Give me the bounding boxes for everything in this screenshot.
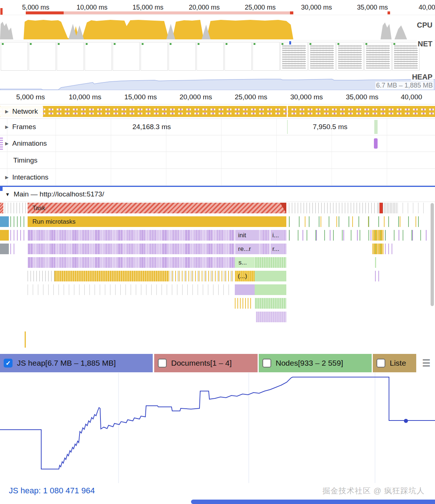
flame-bar-r[interactable]: r... bbox=[270, 244, 284, 254]
flame-activity[interactable] bbox=[255, 284, 286, 295]
collapse-arrow-icon[interactable]: ▼ bbox=[5, 192, 10, 197]
ruler-tick: 35,000 ms bbox=[346, 93, 379, 101]
flame-activity[interactable] bbox=[0, 244, 9, 254]
track-timings[interactable]: Timings bbox=[0, 152, 435, 169]
frame-bar[interactable] bbox=[374, 120, 378, 134]
timeline-overview[interactable]: 5,000 ms 10,000 ms 15,000 ms 20,000 ms 2… bbox=[0, 0, 435, 90]
overview-tick: 20,000 ms bbox=[189, 4, 220, 11]
legend-listeners[interactable]: ✓ Liste bbox=[373, 354, 416, 372]
checkbox-unchecked-icon[interactable]: ✓ bbox=[262, 359, 271, 368]
horizontal-scrollbar[interactable] bbox=[191, 500, 435, 504]
overview-filmstrip[interactable]: NET bbox=[0, 40, 435, 73]
flame-activity-cluster bbox=[372, 230, 383, 241]
vertical-scrollbar[interactable] bbox=[431, 203, 434, 306]
checkbox-unchecked-icon[interactable]: ✓ bbox=[158, 359, 167, 368]
flame-activity-cluster bbox=[54, 271, 169, 281]
flame-activity-cluster bbox=[375, 271, 380, 281]
screenshot-thumbnail[interactable] bbox=[57, 42, 84, 71]
screenshot-thumbnail[interactable] bbox=[224, 42, 252, 71]
flame-chart[interactable]: Task Run microtasks init i... re...r bbox=[0, 202, 435, 354]
legend-nodes[interactable]: ✓ Nodes[933 – 2 559] bbox=[259, 354, 372, 372]
flame-activity-cluster bbox=[375, 257, 376, 268]
ruler-tick: 25,000 ms bbox=[235, 93, 268, 101]
screenshot-thumbnail[interactable] bbox=[141, 42, 168, 71]
legend-label: Documents[1 – 4] bbox=[171, 359, 232, 368]
overview-heap-chart[interactable]: HEAP 6.7 MB – 1,885 MB bbox=[0, 73, 435, 90]
screenshot-thumbnail[interactable] bbox=[197, 42, 224, 71]
memory-graph[interactable] bbox=[0, 373, 435, 483]
frame-boundary bbox=[287, 120, 288, 134]
flame-bar-label: re...r bbox=[234, 244, 259, 254]
flame-activity[interactable] bbox=[255, 271, 286, 281]
track-header-timings[interactable]: Timings bbox=[0, 152, 43, 168]
timeline-ruler[interactable]: 5,000 ms 10,000 ms 15,000 ms 20,000 ms 2… bbox=[0, 90, 435, 104]
screenshot-thumbnail[interactable] bbox=[169, 42, 196, 71]
screenshot-thumbnail[interactable] bbox=[364, 42, 392, 71]
overview-cpu-chart[interactable]: CPU bbox=[0, 15, 435, 40]
screenshot-thumbnail[interactable] bbox=[392, 42, 420, 71]
network-requests-bar[interactable] bbox=[0, 106, 435, 117]
track-label-text: Timings bbox=[13, 156, 38, 164]
expander-icon[interactable]: ▶ bbox=[5, 175, 8, 180]
flame-long-task[interactable] bbox=[379, 203, 383, 213]
track-header-network[interactable]: ▶ Network bbox=[0, 106, 43, 117]
flame-activity[interactable] bbox=[0, 230, 9, 241]
flame-bar-i[interactable]: i... bbox=[270, 230, 284, 241]
ruler-tick: 10,000 ms bbox=[69, 93, 102, 101]
overview-tick: 35,000 ms bbox=[357, 4, 388, 11]
flame-activity[interactable] bbox=[256, 312, 286, 322]
track-header-animations[interactable]: ▶ Animations bbox=[0, 135, 52, 152]
track-header-interactions[interactable]: ▶ Interactions bbox=[0, 169, 53, 185]
track-frames[interactable]: 24,168.3 ms 7,950.5 ms ▶ Frames bbox=[0, 119, 435, 135]
track-label-text: Frames bbox=[12, 123, 36, 131]
flame-bar-re-r[interactable]: re...r bbox=[234, 244, 259, 254]
track-animations[interactable]: ▶ Animations bbox=[0, 135, 435, 152]
flame-activity-cluster bbox=[0, 203, 3, 213]
js-heap-current-value: JS heap: 1 080 471 964 bbox=[9, 486, 95, 496]
track-interactions[interactable]: ▶ Interactions bbox=[0, 169, 435, 186]
flame-bar-anonymous[interactable]: (...) bbox=[235, 271, 255, 281]
overview-tick: 40,00 bbox=[418, 4, 435, 11]
track-main[interactable]: ▼ Main — http://localhost:5173/ bbox=[0, 186, 435, 202]
screenshot-thumbnail[interactable] bbox=[308, 42, 336, 71]
hamburger-menu-icon[interactable]: ☰ bbox=[422, 358, 431, 369]
flame-bar-s[interactable]: s... bbox=[235, 257, 255, 268]
overview-tick: 30,000 ms bbox=[301, 4, 332, 11]
checkbox-unchecked-icon[interactable]: ✓ bbox=[376, 359, 385, 368]
expander-icon[interactable]: ▶ bbox=[5, 141, 8, 146]
flame-activity-cluster bbox=[235, 298, 252, 309]
expander-icon[interactable]: ▶ bbox=[5, 109, 8, 114]
screenshot-filmstrip[interactable] bbox=[0, 40, 435, 71]
track-header-main[interactable]: ▼ Main — http://localhost:5173/ bbox=[0, 187, 109, 202]
legend-js-heap[interactable]: ✓ JS heap[6.7 MB – 1,885 MB] bbox=[0, 354, 153, 372]
screenshot-thumbnail[interactable] bbox=[336, 42, 364, 71]
flame-bar-task[interactable]: Task bbox=[28, 203, 286, 213]
flame-bar-label: r... bbox=[270, 244, 284, 254]
flame-activity[interactable] bbox=[255, 257, 286, 268]
animation-bar[interactable] bbox=[374, 138, 378, 149]
flame-activity-cluster bbox=[25, 331, 26, 348]
screenshot-thumbnail[interactable] bbox=[29, 42, 56, 71]
overview-ruler[interactable]: 5,000 ms 10,000 ms 15,000 ms 20,000 ms 2… bbox=[0, 0, 435, 15]
flame-bar-init[interactable]: init bbox=[234, 230, 259, 241]
flame-activity-cluster bbox=[289, 230, 372, 241]
screenshot-thumbnail[interactable] bbox=[1, 42, 28, 71]
track-network[interactable]: ▶ Network bbox=[0, 104, 435, 119]
heap-label: HEAP bbox=[411, 73, 434, 81]
legend-label: Liste bbox=[390, 359, 406, 368]
expander-icon[interactable]: ▶ bbox=[5, 124, 8, 129]
flame-bar-run-microtasks[interactable]: Run microtasks bbox=[28, 216, 286, 227]
screenshot-thumbnail[interactable] bbox=[113, 42, 140, 71]
legend-label: JS heap[6.7 MB – 1,885 MB] bbox=[17, 359, 116, 368]
flame-js-calls-row[interactable] bbox=[28, 257, 235, 268]
checkbox-checked-icon[interactable]: ✓ bbox=[4, 359, 13, 368]
screenshot-thumbnail[interactable] bbox=[252, 42, 280, 71]
track-header-frames[interactable]: ▶ Frames bbox=[0, 119, 41, 135]
screenshot-thumbnail[interactable] bbox=[85, 42, 112, 71]
legend-documents[interactable]: ✓ Documents[1 – 4] bbox=[154, 354, 258, 372]
flame-activity[interactable] bbox=[235, 284, 255, 295]
js-heap-line-chart bbox=[0, 373, 435, 483]
screenshot-thumbnail[interactable] bbox=[280, 42, 308, 71]
flame-activity[interactable] bbox=[255, 298, 286, 309]
flame-activity[interactable] bbox=[0, 216, 9, 227]
